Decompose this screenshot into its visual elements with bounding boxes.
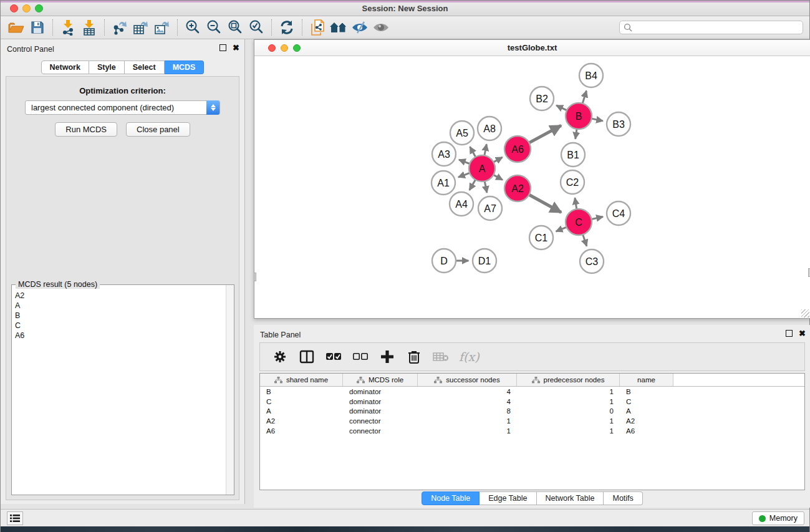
table-cell[interactable]: 1 [517,417,620,425]
edge-A2-C[interactable] [527,193,561,212]
memory-button[interactable]: Memory [752,511,804,525]
node-A7[interactable]: A7 [478,196,502,220]
task-history-button[interactable] [7,511,23,525]
column-header-MCDS-role[interactable]: MCDS role [343,374,418,386]
float-panel-icon[interactable] [786,330,793,337]
table-cell[interactable]: connector [343,427,418,435]
table-cell[interactable]: A6 [260,427,343,435]
zoom-out-button[interactable] [203,18,224,37]
table-cell[interactable]: A6 [620,427,673,435]
table-cell[interactable]: dominator [343,407,418,415]
node-B4[interactable]: B4 [579,64,603,87]
search-input[interactable] [619,21,803,34]
node-C1[interactable]: C1 [529,226,553,249]
node-A2[interactable]: A2 [504,175,531,201]
tab-motifs[interactable]: Motifs [604,491,642,505]
add-column-button[interactable] [378,348,396,365]
home-layout-button[interactable] [328,18,349,37]
table-cell[interactable]: C [620,398,673,405]
zoom-in-button[interactable] [182,18,203,37]
refresh-layout-button[interactable] [276,18,297,37]
node-A3[interactable]: A3 [432,142,456,166]
close-panel-button[interactable]: Close panel [126,122,190,137]
network-window-titlebar[interactable]: testGlobe.txt [254,40,810,56]
result-item[interactable]: B [15,311,225,321]
result-item[interactable]: A [15,301,225,311]
node-B[interactable]: B [566,103,592,129]
result-list-scrollbar[interactable] [226,285,234,495]
table-row[interactable]: Cdominator41C [260,397,804,407]
table-cell[interactable]: 4 [418,398,517,405]
show-all-button[interactable] [370,18,392,37]
table-cell[interactable]: 4 [418,388,517,395]
node-C4[interactable]: C4 [607,201,630,225]
export-image-button[interactable] [152,18,173,37]
node-D[interactable]: D [432,249,456,273]
tab-edge-table[interactable]: Edge Table [480,491,536,505]
tab-network[interactable]: Network [41,60,89,74]
table-row[interactable]: Adominator80A [260,406,804,416]
table-cell[interactable]: 0 [517,407,620,415]
table-cell[interactable]: B [620,388,673,395]
table-cell[interactable]: A [260,407,343,415]
window-resize-grip[interactable] [801,309,809,317]
node-A4[interactable]: A4 [450,192,473,216]
import-table-button[interactable] [79,18,100,37]
node-A6[interactable]: A6 [504,136,531,162]
node-B1[interactable]: B1 [561,143,585,167]
select-all-columns-button[interactable] [325,348,342,365]
deselect-columns-button[interactable] [352,348,369,365]
table-cell[interactable]: B [260,388,343,395]
table-cell[interactable]: A2 [260,417,343,425]
table-cell[interactable]: 1 [418,417,517,425]
tab-node-table[interactable]: Node Table [422,491,480,505]
tab-style[interactable]: Style [89,60,125,74]
open-session-button[interactable] [6,18,27,37]
table-cell[interactable]: 1 [517,398,620,405]
column-header-predecessor-nodes[interactable]: predecessor nodes [517,374,620,386]
float-panel-icon[interactable] [219,44,226,51]
tab-mcds[interactable]: MCDS [165,60,205,74]
duplicate-network-button[interactable] [307,18,328,37]
table-cell[interactable]: connector [343,417,418,425]
table-cell[interactable]: 1 [517,427,620,435]
node-D1[interactable]: D1 [473,249,496,273]
table-cell[interactable]: 8 [418,407,517,415]
result-item[interactable]: A2 [15,291,225,301]
tab-network-table[interactable]: Network Table [537,491,604,505]
zoom-fit-button[interactable] [224,18,246,37]
save-session-button[interactable] [27,18,48,37]
zoom-selected-button[interactable] [246,18,267,37]
node-B3[interactable]: B3 [607,112,630,136]
table-row[interactable]: Bdominator41B [260,387,804,397]
node-C2[interactable]: C2 [561,170,584,194]
table-cell[interactable]: 1 [517,388,620,395]
table-settings-button[interactable] [271,348,289,365]
export-table-button[interactable] [130,18,152,37]
node-C[interactable]: C [566,209,592,235]
table-cell[interactable]: dominator [343,398,418,405]
node-A[interactable]: A [469,155,495,181]
result-item[interactable]: C [15,321,225,331]
table-row[interactable]: A6connector11A6 [260,426,804,436]
table-cell[interactable]: dominator [343,388,418,395]
column-header-successor-nodes[interactable]: successor nodes [418,374,517,386]
node-C3[interactable]: C3 [580,249,604,273]
network-graph[interactable]: B4B2BB3A8A5A6A3B1AA1C2A2A4A7C4CC1DD1C3 [254,56,810,318]
table-cell[interactable]: 1 [418,427,517,435]
run-mcds-button[interactable]: Run MCDS [55,122,117,137]
table-row[interactable]: A2connector11A2 [260,416,804,426]
close-panel-icon[interactable]: ✖ [233,44,239,51]
split-columns-button[interactable] [298,348,316,365]
delete-column-button[interactable] [405,348,423,365]
mcds-result-list[interactable]: A2ABCA6 [12,289,225,494]
export-network-button[interactable] [109,18,130,37]
column-header-name[interactable]: name [620,374,673,386]
node-A8[interactable]: A8 [478,117,501,140]
table-cell[interactable]: A2 [620,417,673,425]
result-item[interactable]: A6 [15,331,225,341]
edge-A6-B[interactable] [527,125,561,144]
optimization-criterion-select[interactable]: largest connected component (directed) [25,100,220,115]
network-canvas[interactable]: B4B2BB3A8A5A6A3B1AA1C2A2A4A7C4CC1DD1C3 [254,56,810,318]
import-network-button[interactable] [57,18,79,37]
